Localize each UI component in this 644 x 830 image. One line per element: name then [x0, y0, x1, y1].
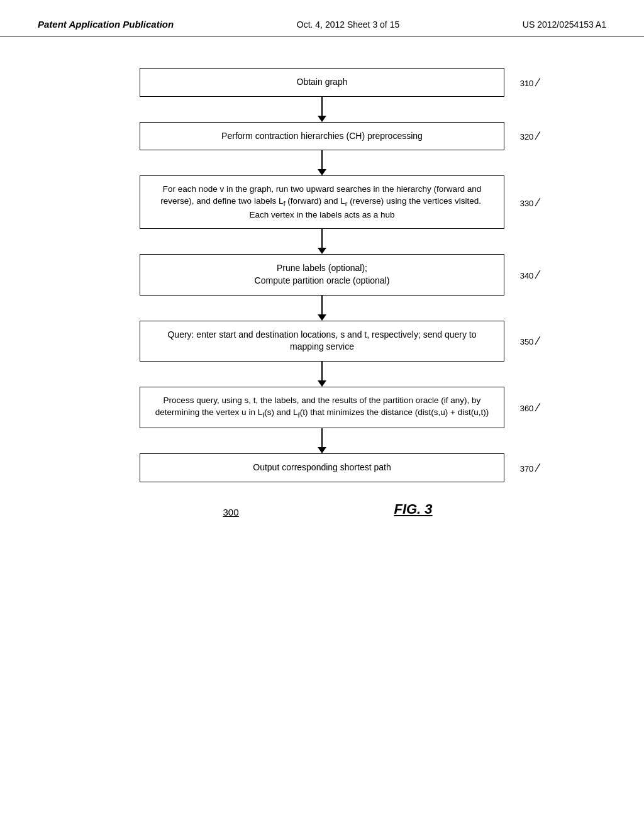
step-row-310: Obtain graph 310 ∕	[140, 68, 504, 97]
step-350-box: Query: enter start and destination locat…	[140, 321, 504, 362]
step-370-label: 370 ∕	[520, 461, 539, 474]
slash-350: ∕	[537, 335, 539, 347]
arrow-line-2	[321, 150, 323, 169]
diagram-area: Obtain graph 310 ∕ Perform contraction h…	[0, 36, 644, 530]
figure-label-area: 300 FIG. 3	[140, 501, 504, 517]
step-370-text: Output corresponding shortest path	[253, 462, 391, 472]
step-row-330: For each node v in the graph, run two up…	[140, 175, 504, 229]
step-340-label: 340 ∕	[520, 268, 539, 282]
slash-340: ∕	[537, 268, 539, 281]
arrow-line-3	[321, 229, 323, 248]
step-330-box: For each node v in the graph, run two up…	[140, 175, 504, 229]
step-row-340: Prune labels (optional);Compute partitio…	[140, 254, 504, 295]
step-310-box: Obtain graph	[140, 68, 504, 97]
step-330-text: For each node v in the graph, run two up…	[160, 184, 483, 219]
figure-name: FIG. 3	[322, 501, 504, 517]
step-310-label: 310 ∕	[520, 75, 539, 89]
step-370-id: 370	[520, 463, 534, 473]
page: Patent Application Publication Oct. 4, 2…	[0, 0, 644, 830]
date-sheet-label: Oct. 4, 2012 Sheet 3 of 15	[297, 19, 399, 30]
arrow-head-4	[318, 314, 326, 321]
step-350-label: 350 ∕	[520, 335, 539, 348]
step-340-box: Prune labels (optional);Compute partitio…	[140, 254, 504, 295]
step-row-350: Query: enter start and destination locat…	[140, 321, 504, 362]
step-330-id: 330	[520, 198, 534, 208]
step-row-370: Output corresponding shortest path 370 ∕	[140, 453, 504, 482]
arrow-1	[140, 97, 504, 122]
arrow-head-1	[318, 116, 326, 122]
arrow-2	[140, 150, 504, 175]
slash-360: ∕	[537, 401, 539, 413]
arrow-3	[140, 229, 504, 254]
slash-320: ∕	[537, 130, 539, 142]
step-320-box: Perform contraction hierarchies (CH) pre…	[140, 122, 504, 151]
arrow-head-3	[318, 248, 326, 254]
arrow-4	[140, 296, 504, 321]
step-330-label: 330 ∕	[520, 196, 539, 209]
arrow-5	[140, 362, 504, 387]
step-310-id: 310	[520, 78, 534, 87]
step-310-text: Obtain graph	[297, 77, 348, 87]
step-360-text: Process query, using s, t, the labels, a…	[155, 396, 489, 417]
patent-number-label: US 2012/0254153 A1	[523, 19, 606, 30]
step-350-id: 350	[520, 337, 534, 346]
slash-370: ∕	[537, 461, 539, 473]
arrow-head-2	[318, 169, 326, 175]
step-350-text: Query: enter start and destination locat…	[167, 329, 476, 352]
step-row-320: Perform contraction hierarchies (CH) pre…	[140, 122, 504, 151]
step-row-360: Process query, using s, t, the labels, a…	[140, 387, 504, 428]
flow-diagram: Obtain graph 310 ∕ Perform contraction h…	[140, 62, 504, 482]
fig-num-text: 300	[223, 507, 238, 517]
publication-label: Patent Application Publication	[38, 19, 174, 30]
step-360-box: Process query, using s, t, the labels, a…	[140, 387, 504, 428]
step-320-label: 320 ∕	[520, 130, 539, 143]
arrow-line-4	[321, 296, 323, 314]
step-340-text: Prune labels (optional);Compute partitio…	[255, 263, 390, 285]
step-320-text: Perform contraction hierarchies (CH) pre…	[221, 131, 423, 141]
slash-330: ∕	[537, 196, 539, 208]
slash-310: ∕	[537, 75, 539, 88]
arrow-line-6	[321, 428, 323, 447]
arrow-head-6	[318, 447, 326, 453]
figure-number: 300	[140, 507, 322, 517]
step-360-id: 360	[520, 403, 534, 412]
step-320-id: 320	[520, 132, 534, 141]
step-340-id: 340	[520, 271, 534, 280]
arrow-head-5	[318, 380, 326, 387]
step-360-label: 360 ∕	[520, 401, 539, 414]
page-header: Patent Application Publication Oct. 4, 2…	[0, 0, 644, 36]
arrow-line-1	[321, 97, 323, 116]
step-370-box: Output corresponding shortest path	[140, 453, 504, 482]
arrow-line-5	[321, 362, 323, 380]
arrow-6	[140, 428, 504, 453]
